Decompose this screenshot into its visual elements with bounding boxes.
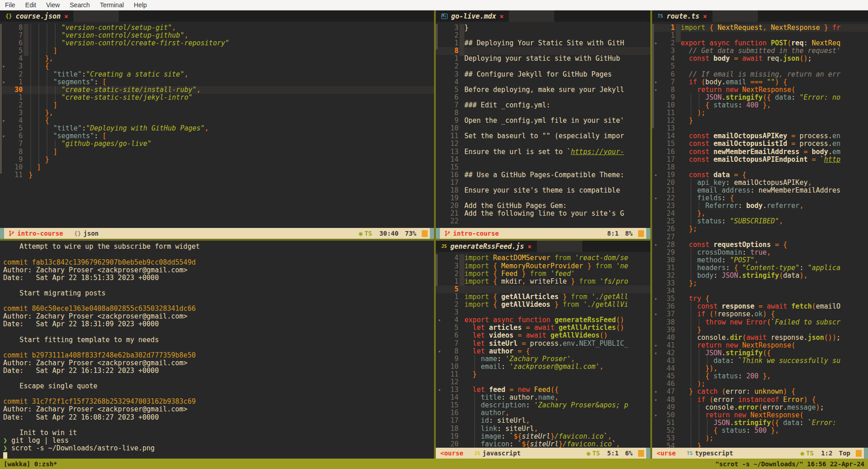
code-line[interactable]: ❯ scrot -s ~/Downloads/astro-live.png <box>0 445 434 452</box>
tab-close-icon[interactable]: × <box>703 13 707 20</box>
code-line[interactable]: ▾47 } catch (error: unknown) { <box>652 388 868 396</box>
code-line[interactable]: Author: Zachary Proser <zackproser@gmail… <box>0 359 434 367</box>
code-line[interactable]: 38 │ │ throw new Error(`Failed to subscr <box>652 319 868 326</box>
code-line[interactable]: 21 │ email_address: newMemberEmailAddres <box>652 187 868 194</box>
code-line[interactable]: Author: Zachary Proser <zackproser@gmail… <box>0 406 434 413</box>
code-line[interactable]: Init to win it <box>0 429 434 437</box>
code-line[interactable]: 18 <box>652 164 868 171</box>
code-line[interactable]: 2 <box>436 63 650 70</box>
fold-icon[interactable]: ▾ <box>652 349 659 357</box>
tab-close-icon[interactable]: × <box>64 13 68 20</box>
code-line[interactable]: 14 const emailOctopusAPIKey = process.en <box>652 132 868 140</box>
tab-close-icon[interactable]: × <box>528 243 532 250</box>
tab-route-ts[interactable]: TS route.ts × <box>652 10 712 22</box>
code-line[interactable]: 34 <box>652 287 868 295</box>
code-line[interactable]: 3 // Get data submitted in the request' <box>652 47 868 55</box>
code-line[interactable]: 10 │ │ { status: 400 }, <box>652 102 868 109</box>
code-area-rss[interactable]: 4import ReactDOMServer from 'react-dom/s… <box>436 252 650 448</box>
code-line[interactable]: 8│ │ │ ] <box>0 148 434 156</box>
code-line[interactable]: ▾22 │ fields: { <box>652 194 868 202</box>
code-line[interactable]: ▾35 try { <box>652 295 868 303</box>
fold-icon[interactable]: ▾ <box>652 342 659 349</box>
code-line[interactable]: ▾4│ │ { <box>0 117 434 125</box>
code-line[interactable]: 13Ensure the url is set to `https://your… <box>436 148 650 156</box>
code-line[interactable] <box>0 297 434 305</box>
code-line[interactable]: ▾28 const requestOptions = { <box>652 241 868 249</box>
code-line[interactable]: 5│ │ │ "title":"Deploying with GitHub Pa… <box>0 125 434 132</box>
fold-icon[interactable]: ▾ <box>652 295 659 303</box>
code-line[interactable]: 31 │ headers: { "Content-type": "applica <box>652 264 868 272</box>
code-line[interactable]: 40 │ console.dir(await response.json()); <box>652 334 868 342</box>
code-line[interactable]: 54 │ } <box>652 442 868 448</box>
code-line[interactable]: 1 <box>652 32 868 39</box>
code-line[interactable]: 16## Use a GitHub Pages-Compatible Theme… <box>436 171 650 179</box>
code-line[interactable]: 15 │ description: 'Zachary Proser&apos; … <box>436 401 650 409</box>
code-line[interactable]: Escape single quote <box>0 382 434 390</box>
code-line[interactable]: 9│ │ } <box>0 156 434 164</box>
code-line[interactable]: 6 <box>436 94 650 102</box>
code-line[interactable]: commit 31c7f2f1cf15f73268b2532947003162b… <box>0 398 434 406</box>
code-line[interactable]: 5 <box>652 63 868 70</box>
menu-item-file[interactable]: File <box>0 1 20 9</box>
scrollbar[interactable] <box>0 24 2 174</box>
code-line[interactable]: commit fab13c842c13967962907b0eb5eb9cc08… <box>0 259 434 266</box>
code-line[interactable]: 15 <box>436 164 650 171</box>
code-line[interactable]: 3│ │ }, <box>0 109 434 117</box>
code-line[interactable]: 14 <box>436 156 650 164</box>
code-line[interactable]: ❯ git log | less <box>0 437 434 445</box>
scrollbar-thumb[interactable] <box>24 24 29 56</box>
code-line[interactable]: 9Open the _config.yml file in your site' <box>436 117 650 125</box>
code-line[interactable]: 12 <box>436 378 650 386</box>
code-line[interactable]: ▾2export async function POST(req: NextRe… <box>652 39 868 47</box>
code-line[interactable]: 16 │ author, <box>436 409 650 417</box>
code-line[interactable]: 4 <box>436 78 650 86</box>
code-line[interactable]: 24 │ }, <box>652 210 868 218</box>
menu-item-terminal[interactable]: Terminal <box>95 1 129 9</box>
code-line[interactable]: 36 │ const response = await fetch(emailO <box>652 303 868 310</box>
tab-rss[interactable]: JS generateRssFeed.js × <box>436 241 537 252</box>
code-line[interactable]: ▾1│ │ │ "segments": [ <box>0 78 434 86</box>
code-line[interactable]: 4 const body = await req.json(); <box>652 55 868 63</box>
scrollbar[interactable] <box>436 24 438 49</box>
code-line[interactable]: 29 │ crossDomain: true, <box>652 249 868 256</box>
code-line[interactable]: 12 <box>436 140 650 148</box>
tab-close-icon[interactable]: × <box>500 13 503 20</box>
fold-icon[interactable]: ▾ <box>436 386 443 394</box>
code-line[interactable] <box>0 251 434 259</box>
code-line[interactable]: 7│ │ │ │ "github-pages/go-live" <box>0 140 434 148</box>
code-line[interactable]: 52 │ │ │ { status: 500 }, <box>652 427 868 435</box>
code-line[interactable]: 3} <box>436 24 650 32</box>
code-line[interactable]: Author: Zachary Proser <zackproser@gmail… <box>0 266 434 274</box>
fold-icon[interactable]: ▾ <box>652 310 659 318</box>
code-line[interactable]: 8│ │ │ │ "version-control/setup-git", <box>0 24 434 32</box>
code-line[interactable] <box>0 375 434 382</box>
code-line[interactable]: 1Deploying your static site with GitHub <box>436 55 650 63</box>
code-line[interactable]: 8 <box>436 47 650 55</box>
code-line[interactable]: 12 } <box>652 117 868 125</box>
scrollbar-thumb[interactable] <box>676 24 681 42</box>
code-line[interactable]: 4import ReactDOMServer from 'react-dom/s… <box>436 254 650 262</box>
fold-icon[interactable]: ▾ <box>436 316 443 324</box>
code-line[interactable]: 27 <box>652 233 868 241</box>
code-line[interactable]: 33 }; <box>652 280 868 287</box>
code-line[interactable]: ▾4export async function generateRssFeed(… <box>436 316 650 324</box>
code-line[interactable]: 53 │ │ ); <box>652 435 868 442</box>
code-line[interactable]: 7### Edit _config.yml: <box>436 102 650 109</box>
code-line[interactable]: 8 <box>436 109 650 117</box>
code-line[interactable] <box>0 344 434 352</box>
code-line[interactable]: 18Ensure your site's theme is compatible <box>436 187 650 194</box>
code-line[interactable]: commit b2973111a408f833f248e62ba302d7773… <box>0 352 434 359</box>
code-line[interactable]: 30 │ method: "POST", <box>652 256 868 264</box>
code-line[interactable]: Date: Sat Apr 22 18:51:33 2023 +0000 <box>0 274 434 282</box>
code-line[interactable]: 23 │ │ Referrer: body.referrer, <box>652 202 868 210</box>
code-line[interactable]: 5│ │ │ ] <box>0 47 434 55</box>
code-line[interactable]: 45 │ │ { status: 200 }, <box>652 372 868 380</box>
code-line[interactable]: 19 <box>436 194 650 202</box>
menu-item-edit[interactable]: Edit <box>20 1 41 9</box>
code-area-go-live[interactable]: 3} 2 1## Deploying Your Static Site with… <box>436 22 650 228</box>
code-line[interactable]: 4│ │ }, <box>0 55 434 63</box>
menu-item-view[interactable]: View <box>41 1 65 9</box>
scrollbar[interactable] <box>436 254 438 286</box>
code-line[interactable]: 46 │ ); <box>652 380 868 388</box>
code-line[interactable] <box>0 421 434 429</box>
